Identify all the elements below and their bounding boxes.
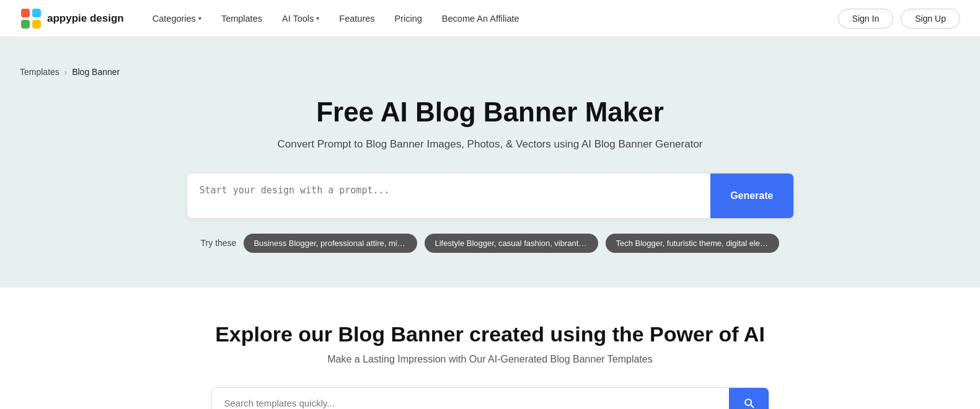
search-icon: [743, 397, 755, 409]
svg-rect-0: [21, 9, 30, 17]
svg-rect-3: [32, 20, 41, 29]
generate-button[interactable]: Generate: [710, 174, 793, 218]
explore-subtitle: Make a Lasting Impression with Our AI-Ge…: [20, 354, 960, 365]
hero-title: Free AI Blog Banner Maker: [20, 97, 960, 128]
breadcrumb-templates-link[interactable]: Templates: [20, 67, 60, 77]
explore-section: Explore our Blog Banner created using th…: [0, 288, 980, 409]
nav-templates[interactable]: Templates: [213, 9, 271, 29]
breadcrumb: Templates › Blog Banner: [20, 67, 960, 77]
search-templates-input[interactable]: [212, 388, 729, 409]
hero-section: Templates › Blog Banner Free AI Blog Ban…: [0, 37, 980, 288]
navbar: appypie design Categories ▾ Templates AI…: [0, 0, 980, 37]
nav-actions: Sign In Sign Up: [838, 9, 960, 29]
logo[interactable]: appypie design: [20, 7, 124, 30]
try-chip-0[interactable]: Business Blogger, professional attire, m…: [244, 234, 417, 253]
breadcrumb-current: Blog Banner: [72, 67, 120, 77]
nav-affiliate[interactable]: Become An Affiliate: [433, 9, 528, 29]
svg-rect-2: [21, 20, 30, 29]
try-these-row: Try these Business Blogger, professional…: [20, 234, 960, 253]
svg-rect-1: [32, 9, 41, 17]
sign-in-button[interactable]: Sign In: [838, 9, 894, 29]
nav-links: Categories ▾ Templates AI Tools ▾ Featur…: [144, 9, 838, 29]
nav-categories[interactable]: Categories ▾: [144, 9, 210, 29]
search-container: [211, 387, 769, 409]
explore-title: Explore our Blog Banner created using th…: [20, 322, 960, 346]
ai-tools-chevron-icon: ▾: [316, 15, 319, 22]
try-chip-1[interactable]: Lifestyle Blogger, casual fashion, vibra…: [425, 234, 598, 253]
search-button[interactable]: [729, 388, 769, 409]
try-chip-2[interactable]: Tech Blogger, futuristic theme, digital …: [606, 234, 779, 253]
logo-icon: [20, 7, 42, 30]
nav-pricing[interactable]: Pricing: [386, 9, 431, 29]
try-these-label: Try these: [201, 238, 237, 248]
logo-text: appypie design: [47, 12, 124, 25]
hero-subtitle: Convert Prompt to Blog Banner Images, Ph…: [20, 138, 960, 151]
breadcrumb-separator: ›: [64, 68, 67, 77]
nav-ai-tools[interactable]: AI Tools ▾: [273, 9, 328, 29]
categories-chevron-icon: ▾: [198, 15, 201, 22]
prompt-input[interactable]: [187, 174, 711, 218]
prompt-container: Generate: [187, 173, 794, 219]
nav-features[interactable]: Features: [330, 9, 383, 29]
sign-up-button[interactable]: Sign Up: [901, 9, 960, 29]
